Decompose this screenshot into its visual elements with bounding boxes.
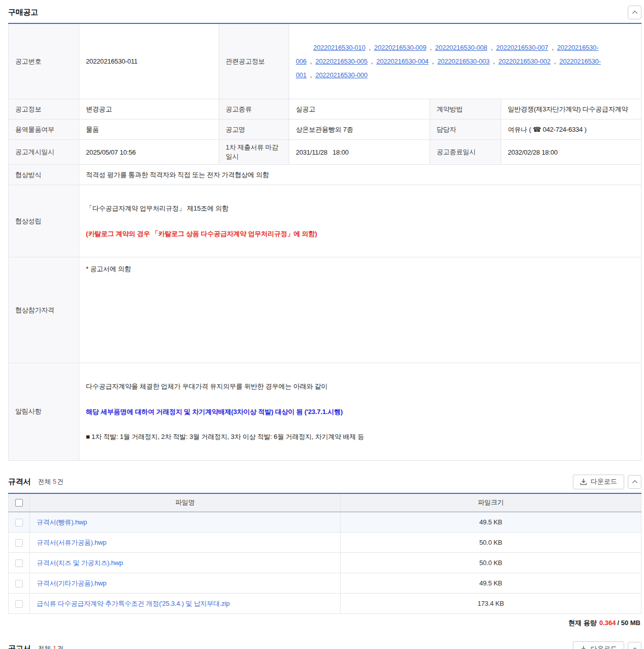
first-deadline-label: 1차 제출서류 마감일시 — [219, 140, 289, 165]
notice-doc-total-count: 전체1건 — [38, 644, 63, 649]
negotiation-formation-value: 「다수공급자계약 업무처리규정」 제15조에 의함 (카탈로그 계약의 경우 「… — [79, 185, 641, 257]
notice-end-value: 2032/02/28 18:00 — [501, 140, 641, 165]
related-notice-link[interactable]: 20220216530-003 — [437, 57, 489, 65]
link-separator: , — [430, 44, 432, 51]
purchase-notice-table: 공고번호 20220216530-011 관련공고정보 20220216530-… — [8, 23, 641, 461]
negotiation-formation-line2: (카탈로그 계약의 경우 「카탈로그 상품 다수공급자계약 업무처리규정」에 의… — [86, 229, 634, 239]
link-separator: , — [493, 57, 495, 65]
spec-files-section: 규격서 전체5건 다운로드 파일명 — [8, 475, 641, 628]
notice-doc-title: 공고서 — [8, 644, 30, 649]
notice-name-value: 상온보관용빵외 7종 — [289, 120, 430, 140]
file-checkbox[interactable] — [15, 580, 23, 587]
collapse-button[interactable] — [628, 475, 641, 489]
download-button[interactable]: 다운로드 — [573, 641, 624, 649]
related-notice-link[interactable]: 20220216530-007 — [496, 44, 548, 51]
contract-method-label: 계약방법 — [430, 99, 501, 120]
notice-name-label: 공고명 — [219, 120, 289, 140]
notice-no-value: 20220216530-011 — [79, 23, 219, 99]
spec-files-table: 파일명 파일크기 규격서(빵류).hwp 49.5 KB 규격서(서류가공품).… — [8, 493, 641, 614]
collapse-button[interactable] — [628, 642, 641, 649]
file-checkbox[interactable] — [15, 559, 23, 567]
file-link[interactable]: 규격서(서류가공품).hwp — [37, 539, 106, 546]
download-button[interactable]: 다운로드 — [573, 475, 624, 489]
file-size: 49.5 KB — [341, 573, 641, 594]
first-deadline-value: 2031/11/28 18:00 — [289, 140, 430, 165]
related-notice-link[interactable]: 20220216530-008 — [435, 44, 487, 51]
notice-info-value: 변경공고 — [79, 99, 219, 120]
notice-info-label: 공고정보 — [9, 99, 79, 120]
file-checkbox[interactable] — [15, 600, 23, 608]
manager-label: 담당자 — [430, 120, 501, 140]
participation-qualification-value: * 공고서에 의함 — [79, 257, 641, 363]
download-button-label: 다운로드 — [591, 644, 617, 649]
capacity-status: 현재 용량0.364/ 50 MB — [8, 614, 641, 628]
chevron-up-icon — [632, 480, 638, 484]
filename-column-header: 파일명 — [30, 493, 341, 512]
table-row: 급식류 다수공급자계약 추가특수조건 개정('25.3.4.) 및 납지부대.z… — [9, 594, 641, 614]
link-separator: , — [554, 57, 556, 65]
related-notice-link[interactable]: 20220216530-004 — [377, 57, 429, 65]
notice-items-line1: 다수공급자계약을 체결한 업체가 우대가격 유지의무를 위반한 경우에는 아래와… — [86, 381, 634, 392]
notice-items-line2: 해당 세부품명에 대하여 거래정지 및 차기계약배제(3차이상 적발) 대상이 … — [86, 407, 634, 417]
purchase-notice-section: 구매공고 공고번호 20220216530-011 관련공고정보 2022021 — [8, 5, 641, 461]
link-separator: , — [310, 57, 312, 65]
file-link[interactable]: 규격서(기타가공품).hwp — [37, 579, 106, 587]
notice-type-label: 공고종류 — [219, 99, 289, 120]
file-checkbox[interactable] — [15, 519, 23, 526]
related-notice-link[interactable]: 20220216530-010 — [313, 44, 365, 51]
link-separator: , — [491, 44, 493, 51]
related-notice-link[interactable]: 20220216530-002 — [498, 57, 550, 65]
participation-qualification-label: 협상참가자격 — [9, 257, 79, 363]
link-separator: , — [432, 57, 434, 65]
file-size: 50.0 KB — [341, 533, 641, 553]
table-row: 규격서(치즈 및 가공치즈).hwp 50.0 KB — [9, 553, 641, 573]
select-all-checkbox[interactable] — [15, 499, 23, 507]
file-size: 173.4 KB — [341, 594, 641, 614]
link-separator: , — [310, 71, 312, 79]
table-row: 규격서(빵류).hwp 49.5 KB — [9, 512, 641, 533]
notice-doc-section: 공고서 전체1건 다운로드 파일명 — [8, 641, 641, 649]
notice-items-label: 알림사항 — [9, 363, 79, 461]
related-notices-cell: 20220216530-010,20220216530-009,20220216… — [289, 23, 641, 99]
contract-method-value: 일반경쟁(제3자단가계약) 다수공급자계약 — [501, 99, 641, 120]
notice-end-label: 공고종료일시 — [430, 140, 501, 165]
related-notice-link[interactable]: 20220216530-005 — [316, 57, 368, 65]
notice-items-line3: ■ 1차 적발: 1월 거래정지, 2차 적발: 3월 거래정지, 3차 이상 … — [86, 432, 634, 442]
related-notices-label: 관련공고정보 — [219, 23, 289, 99]
file-checkbox[interactable] — [15, 539, 23, 547]
notice-items-value: 다수공급자계약을 체결한 업체가 우대가격 유지의무를 위반한 경우에는 아래와… — [79, 363, 641, 461]
chevron-up-icon — [632, 647, 638, 649]
goods-service-value: 물품 — [79, 120, 219, 140]
table-row: 규격서(서류가공품).hwp 50.0 KB — [9, 533, 641, 553]
download-icon — [580, 478, 587, 485]
related-notice-link[interactable]: 20220216530-000 — [316, 71, 368, 79]
negotiation-formation-label: 협상성립 — [9, 185, 79, 257]
page: 구매공고 공고번호 20220216530-011 관련공고정보 2022021 — [0, 0, 644, 649]
spec-total-count: 전체5건 — [38, 478, 63, 486]
download-icon — [580, 645, 587, 649]
table-row: 규격서(기타가공품).hwp 49.5 KB — [9, 573, 641, 594]
posted-at-label: 공고게시일시 — [9, 140, 79, 165]
download-button-label: 다운로드 — [591, 477, 617, 486]
file-size: 49.5 KB — [341, 512, 641, 533]
posted-at-value: 2025/05/07 10:56 — [79, 140, 219, 165]
filesize-column-header: 파일크기 — [341, 493, 641, 512]
file-link[interactable]: 규격서(치즈 및 가공치즈).hwp — [37, 559, 123, 567]
link-separator: , — [552, 44, 554, 51]
collapse-button[interactable] — [628, 6, 641, 19]
link-separator: , — [371, 57, 373, 65]
purchase-notice-title: 구매공고 — [8, 8, 38, 17]
file-size: 50.0 KB — [341, 553, 641, 573]
link-separator: , — [369, 44, 371, 51]
notice-no-label: 공고번호 — [9, 23, 79, 99]
file-link[interactable]: 규격서(빵류).hwp — [37, 518, 87, 526]
related-notice-link[interactable]: 20220216530-009 — [374, 44, 426, 51]
notice-type-value: 실공고 — [289, 99, 430, 120]
chevron-up-icon — [632, 10, 638, 14]
negotiation-method-value: 적격성 평가를 통과한 적격자와 직접 또는 전자 가격협상에 의함 — [79, 165, 641, 185]
negotiation-method-label: 협상방식 — [9, 165, 79, 185]
spec-section-title: 규격서 — [8, 477, 30, 487]
manager-value: 여유나 ( ☎ 042-724-6334 ) — [501, 120, 641, 140]
negotiation-formation-line1: 「다수공급자계약 업무처리규정」 제15조에 의함 — [86, 203, 634, 214]
file-link[interactable]: 급식류 다수공급자계약 추가특수조건 개정('25.3.4.) 및 납지부대.z… — [37, 600, 230, 607]
